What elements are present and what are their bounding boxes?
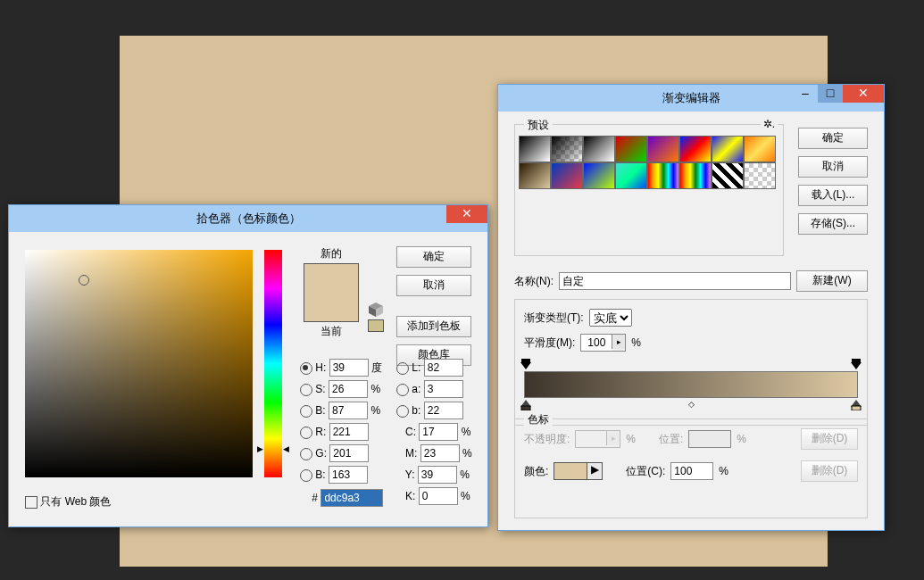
k-input[interactable] [419,487,458,505]
bv-input[interactable] [329,402,368,419]
new-button[interactable]: 新建(W) [796,270,868,292]
hue-slider[interactable]: ▶ ◀ [264,250,282,477]
color-picker-window: 拾色器（色标颜色） ✕ ▶ ◀ 新的 当前 确定 取消 添加到色板 颜色库 [8,204,488,527]
opacity-position-input [688,430,731,448]
midpoint-icon[interactable]: ◇ [688,400,695,409]
bb-input[interactable] [329,466,368,484]
color-stop-left[interactable] [520,400,531,410]
g-input[interactable] [329,444,369,462]
cube-icon [368,302,384,319]
hue-arrow-l: ▶ [257,444,263,453]
new-color-swatch[interactable] [304,264,358,293]
b2-input[interactable] [424,402,463,419]
ok-button[interactable]: 确定 [396,246,471,268]
a-input[interactable] [424,380,463,398]
svg-rect-1 [521,359,530,363]
svg-rect-3 [852,359,861,363]
radio-a[interactable] [396,384,409,396]
minimize-button[interactable]: – [793,85,818,103]
current-label: 当前 [304,324,359,339]
smooth-unit: % [631,336,641,349]
opacity-stop-right[interactable] [851,359,862,369]
svg-marker-0 [520,362,531,369]
hue-arrow-r: ◀ [283,444,289,453]
cancel-button[interactable]: 取消 [396,275,471,296]
gradient-editor-window: 渐变编辑器 – □ ✕ 预设 ✲. [497,84,885,531]
svg-rect-7 [852,406,861,410]
close-button[interactable]: ✕ [843,85,884,103]
opacity-stop-left[interactable] [520,359,531,369]
new-label: 新的 [304,246,359,261]
smooth-label: 平滑度(M): [524,336,575,351]
save-button[interactable]: 存储(S)... [798,213,868,235]
sv-cursor[interactable] [79,275,89,286]
sv-field[interactable] [25,250,253,477]
add-swatch-button[interactable]: 添加到色板 [396,316,471,337]
presets-group: 预设 ✲. [514,124,784,256]
position-label: 位置: [659,432,683,447]
type-label: 渐变类型(T): [524,311,584,326]
s-input[interactable] [329,380,368,398]
maximize-button[interactable]: □ [818,85,843,103]
stop-color-swatch[interactable]: ▶ [554,462,603,480]
gradient-type-select[interactable]: 实底 [589,309,632,327]
gradient-name-input[interactable] [559,272,791,290]
opacity-label: 不透明度: [524,432,570,447]
svg-rect-5 [521,406,530,410]
r-input[interactable] [329,423,369,441]
gradient-settings-group: 渐变类型(T): 实底 平滑度(M): ▸ % [514,299,868,426]
radio-h[interactable] [300,362,312,375]
c-input[interactable] [419,423,458,441]
opacity-unit: % [626,433,636,445]
web-only-checkbox[interactable] [25,496,37,509]
gradient-presets[interactable] [519,136,776,189]
stops-group: 色标 不透明度: ▸ % 位置: % 删除(D) 颜色: ▶ 位置(C): % … [514,418,868,518]
positionc-label: 位置(C): [626,464,665,479]
opacity-stepper: ▸ [575,430,620,448]
h-input[interactable] [329,359,369,377]
color-position-input[interactable] [670,462,713,480]
radio-bv[interactable] [300,405,312,418]
m-input[interactable] [420,444,460,462]
radio-l[interactable] [396,362,409,375]
delete-color-stop-button: 删除(D) [801,460,858,482]
radio-s[interactable] [300,384,312,396]
radio-b2[interactable] [396,405,409,418]
radio-g[interactable] [300,448,312,460]
radio-r[interactable] [300,427,312,439]
stops-label: 色标 [524,412,553,427]
color-stop-right[interactable] [851,400,862,410]
cancel-button[interactable]: 取消 [798,156,868,178]
load-button[interactable]: 载入(L)... [798,185,868,206]
current-color-swatch[interactable] [304,293,358,321]
close-button[interactable]: ✕ [446,205,487,223]
gradient-editor-titlebar[interactable]: 渐变编辑器 – □ ✕ [498,85,884,112]
websafe-icon [368,319,384,332]
gradient-bar[interactable] [524,371,858,398]
ok-button[interactable]: 确定 [798,128,868,149]
web-only-label: 只有 Web 颜色 [40,495,111,508]
hex-input[interactable] [320,489,383,507]
presets-label: 预设 [524,118,553,133]
svg-marker-2 [851,362,862,369]
smoothness-stepper[interactable]: ▸ [580,334,626,352]
position-unit-1: % [737,433,746,445]
stop-color-label: 颜色: [524,464,548,479]
l-input[interactable] [424,359,463,377]
name-label: 名称(N): [514,274,554,289]
y-input[interactable] [418,466,457,484]
radio-bb[interactable] [300,469,312,482]
position-unit-2: % [719,465,728,477]
gear-icon[interactable]: ✲. [761,118,778,130]
color-picker-titlebar[interactable]: 拾色器（色标颜色） ✕ [9,205,487,232]
color-picker-title: 拾色器（色标颜色） [196,211,301,227]
gradient-editor-title: 渐变编辑器 [662,90,720,106]
delete-opacity-stop-button: 删除(D) [801,428,858,450]
